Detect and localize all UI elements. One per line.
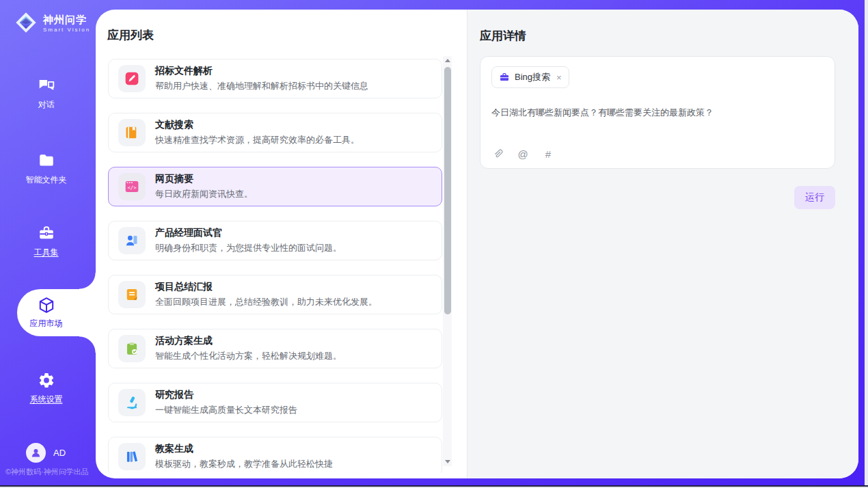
attachment-toolbar: @ # xyxy=(491,148,824,160)
tool-chip-label: Bing搜索 xyxy=(515,71,550,83)
app-name: 招标文件解析 xyxy=(155,65,368,77)
microscope-icon xyxy=(118,389,146,416)
app-card-tender-parse[interactable]: 招标文件解析 帮助用户快速、准确地理解和解析招标书中的关键信息 xyxy=(108,59,442,98)
app-list-section: 应用列表 招标文件解析 帮助用户快速、准确地理解和解析招标书中的关键信息 xyxy=(96,10,467,478)
user-initials: AD xyxy=(53,448,66,458)
app-detail-title: 应用详情 xyxy=(480,28,835,44)
app-desc: 智能生成个性化活动方案，轻松解决规划难题。 xyxy=(155,350,342,362)
scroll-thumb[interactable] xyxy=(444,67,451,314)
app-desc: 每日政府新闻资讯快查。 xyxy=(155,188,253,200)
at-icon[interactable]: @ xyxy=(517,148,529,160)
app-card-web-summary[interactable]: </> 网页摘要 每日政府新闻资讯快查。 xyxy=(108,167,442,206)
run-button[interactable]: 运行 xyxy=(794,186,835,209)
app-desc: 明确身份和职责，为您提供专业性的面试问题。 xyxy=(155,242,342,254)
app-card-pm-interviewer[interactable]: 产品经理面试官 明确身份和职责，为您提供专业性的面试问题。 xyxy=(108,221,442,260)
books-icon xyxy=(118,443,146,470)
book-icon xyxy=(118,119,146,146)
app-name: 教案生成 xyxy=(155,443,333,455)
app-card-event-plan[interactable]: 活动方案生成 智能生成个性化活动方案，轻松解决规划难题。 xyxy=(108,329,442,368)
app-name: 产品经理面试官 xyxy=(155,227,342,239)
app-desc: 一键智能生成高质量长文本研究报告 xyxy=(155,404,297,416)
app-desc: 快速精准查找学术资源，提高研究效率的必备工具。 xyxy=(155,134,360,146)
sidebar-item-label: 工具集 xyxy=(34,247,59,258)
app-card-research-report[interactable]: 研究报告 一键智能生成高质量长文本研究报告 xyxy=(108,383,442,422)
paperclip-icon[interactable] xyxy=(491,148,504,160)
app-name: 文献搜索 xyxy=(155,119,360,131)
sidebar-item-label: 系统设置 xyxy=(30,394,63,405)
sidebar-item-toolset[interactable]: 工具集 xyxy=(0,224,92,258)
svg-text:</>: </> xyxy=(128,185,137,191)
window-right-edge xyxy=(865,0,868,488)
sidebar-item-label: 智能文件夹 xyxy=(26,174,67,186)
tool-chip-bing-search[interactable]: Bing搜索 × xyxy=(491,66,569,88)
diamond-logo-icon xyxy=(14,11,38,37)
sidebar-item-label: 应用市场 xyxy=(30,318,63,329)
sidebar-item-label: 对话 xyxy=(38,99,55,111)
folder-icon xyxy=(38,152,55,170)
web-code-icon: </> xyxy=(118,173,146,200)
app-list-title: 应用列表 xyxy=(107,27,154,43)
app-window: 神州问学 Smart Vision 对话 智能文件夹 xyxy=(0,0,868,488)
sidebar-item-app-market[interactable]: 应用市场 xyxy=(17,289,96,336)
copyright-text: ©神州数码·神州问学出品 xyxy=(5,467,89,477)
app-card-literature-search[interactable]: 文献搜索 快速精准查找学术资源，提高研究效率的必备工具。 xyxy=(108,113,442,152)
app-list: 招标文件解析 帮助用户快速、准确地理解和解析招标书中的关键信息 文献搜索 xyxy=(96,56,467,473)
sidebar-item-chat[interactable]: 对话 xyxy=(0,77,92,111)
app-card-lesson-plan[interactable]: 教案生成 模板驱动，教案秒成，教学准备从此轻松快捷 xyxy=(108,437,442,473)
app-detail-section: 应用详情 Bing搜索 × 今日湖北有哪些新闻要点？有哪些需要关注的最新政策？ xyxy=(467,10,858,478)
close-icon[interactable]: × xyxy=(556,73,562,82)
app-card-project-summary[interactable]: 项目总结汇报 全面回顾项目进展，总结经验教训，助力未来优化发展。 xyxy=(108,275,442,314)
briefcase-icon xyxy=(499,72,510,83)
brand-name: 神州问学 xyxy=(43,14,90,26)
brand-logo: 神州问学 Smart Vision xyxy=(14,11,90,37)
avatar xyxy=(26,443,46,463)
scroll-up-arrow[interactable] xyxy=(443,56,452,65)
sidebar-item-settings[interactable]: 系统设置 xyxy=(0,371,92,405)
interviewer-icon xyxy=(118,227,146,254)
sidebar-item-smart-folder[interactable]: 智能文件夹 xyxy=(0,152,92,186)
hash-icon[interactable]: # xyxy=(542,148,554,160)
prompt-card: Bing搜索 × 今日湖北有哪些新闻要点？有哪些需要关注的最新政策？ @ # xyxy=(480,56,835,169)
main-panel: 应用列表 招标文件解析 帮助用户快速、准确地理解和解析招标书中的关键信息 xyxy=(96,10,858,478)
edit-doc-icon xyxy=(118,65,146,92)
scroll-down-arrow[interactable] xyxy=(443,457,452,466)
cube-icon xyxy=(38,296,55,314)
notes-icon xyxy=(118,281,146,308)
clipboard-check-icon xyxy=(118,335,146,362)
brand-tagline: Smart Vision xyxy=(43,27,90,33)
app-name: 网页摘要 xyxy=(155,173,253,185)
app-name: 研究报告 xyxy=(155,389,297,401)
user-account[interactable]: AD xyxy=(26,443,66,463)
app-desc: 模板驱动，教案秒成，教学准备从此轻松快捷 xyxy=(155,458,333,470)
app-desc: 全面回顾项目进展，总结经验教训，助力未来优化发展。 xyxy=(155,296,377,308)
gear-icon xyxy=(38,371,55,389)
app-list-scrollbar[interactable] xyxy=(443,56,452,466)
chat-icon xyxy=(38,77,55,94)
app-name: 项目总结汇报 xyxy=(155,281,377,293)
app-desc: 帮助用户快速、准确地理解和解析招标书中的关键信息 xyxy=(155,80,368,92)
app-name: 活动方案生成 xyxy=(155,335,342,347)
toolbox-icon xyxy=(38,224,55,242)
prompt-input[interactable]: 今日湖北有哪些新闻要点？有哪些需要关注的最新政策？ xyxy=(491,106,824,120)
